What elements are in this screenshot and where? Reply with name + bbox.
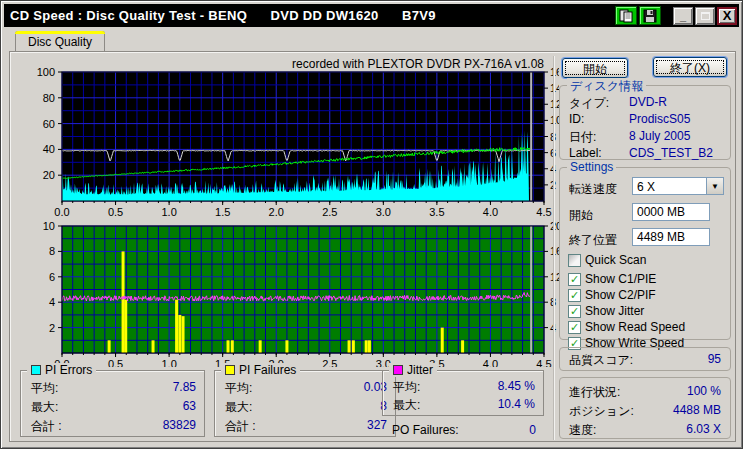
svg-text:0.0: 0.0 (54, 206, 69, 218)
speed-select[interactable]: 6 X ▼ (632, 177, 724, 195)
progress-label: 進行状況: (569, 384, 620, 399)
minimize-button[interactable]: _ (673, 7, 693, 25)
quality-score-label: 品質スコア: (569, 352, 633, 367)
svg-text:60: 60 (43, 118, 55, 130)
quality-score-value: 95 (708, 352, 721, 367)
pi-errors-title: PI Errors (45, 363, 92, 377)
quality-speed-chart: 204060801002468101214160.00.51.01.52.02.… (18, 57, 559, 219)
pi-errors-max: 63 (183, 399, 196, 414)
end-position-label: 終了位置 (569, 232, 617, 247)
active-tab-highlight (15, 31, 105, 34)
disc-type-label: タイプ: (569, 95, 609, 110)
failures-jitter-chart: 246810481216200.00.51.01.52.02.53.03.54.… (18, 219, 559, 367)
svg-text:80: 80 (43, 92, 55, 104)
checkbox-icon: ✓ (568, 254, 581, 267)
disc-date-label: 日付: (569, 129, 596, 144)
svg-text:2: 2 (49, 322, 55, 334)
disc-quality-page: 204060801002468101214160.00.51.01.52.02.… (9, 51, 736, 442)
pi-failures-legend-swatch (225, 365, 235, 375)
disc-id-value: ProdiscS05 (629, 112, 690, 126)
pi-failures-total: 327 (367, 418, 387, 433)
speed-label: 転送速度 (569, 181, 617, 196)
tab-disc-quality[interactable]: Disc Quality (15, 31, 105, 52)
tab-label: Disc Quality (28, 35, 92, 49)
svg-text:4: 4 (49, 296, 55, 308)
window-title: CD Speed : Disc Quality Test - BENQ DVD … (10, 8, 436, 23)
maximize-button[interactable] (695, 7, 715, 25)
disc-id-label: ID: (569, 112, 584, 127)
po-failures-label: PO Failures: (392, 423, 459, 437)
pi-errors-avg: 7.85 (173, 380, 196, 395)
svg-text:0.5: 0.5 (108, 358, 123, 367)
svg-text:3.0: 3.0 (376, 206, 391, 218)
position-label: ポジション: (569, 403, 634, 418)
svg-text:3.5: 3.5 (429, 206, 444, 218)
jitter-title: Jitter (407, 363, 433, 377)
svg-text:recorded with PLEXTOR DVDR: recorded with PLEXTOR DVDR PX-716A v1.08 (292, 57, 544, 71)
disc-info-group: ディスク情報 タイプ:DVD-R ID:ProdiscS05 日付:8 July… (559, 85, 731, 160)
svg-text:2.0: 2.0 (269, 206, 284, 218)
settings-group: Settings 転送速度 6 X ▼ 開始 0000 MB 終了位置 4489… (559, 167, 731, 340)
copy-to-clipboard-button[interactable] (615, 6, 637, 25)
quality-score-group: 品質スコア: 95 (559, 347, 731, 371)
pi-failures-title: PI Failures (239, 363, 296, 377)
svg-text:4.5: 4.5 (536, 206, 551, 218)
copy-icon (619, 9, 633, 23)
maximize-icon (701, 12, 710, 20)
checkbox-show-jitter[interactable]: ✓Show Jitter (568, 304, 644, 318)
svg-text:4.5: 4.5 (536, 358, 551, 367)
svg-text:40: 40 (43, 143, 55, 155)
jitter-max: 10.4 % (498, 397, 535, 412)
pi-errors-statbox: PI Errors 平均:7.85 最大:63 合計 :83829 (20, 370, 205, 437)
disc-type-value: DVD-R (629, 95, 667, 109)
jitter-avg: 8.45 % (498, 379, 535, 394)
pi-failures-statbox: PI Failures 平均:0.03 最大:8 合計 :327 (214, 370, 396, 437)
end-position-field[interactable]: 4489 MB (632, 228, 710, 246)
disc-info-title: ディスク情報 (567, 78, 646, 95)
settings-title: Settings (567, 160, 616, 174)
speed-readout-value: 6.03 X (686, 422, 721, 437)
svg-text:2.5: 2.5 (322, 358, 337, 367)
checkbox-quick-scan[interactable]: ✓Quick Scan (568, 253, 646, 267)
svg-text:20: 20 (43, 169, 55, 181)
speed-readout-label: 速度: (569, 422, 596, 437)
save-floppy-icon (643, 9, 657, 23)
jitter-statbox: Jitter 平均:8.45 % 最大:10.4 % (382, 370, 544, 416)
close-button[interactable]: X (717, 7, 737, 25)
checkbox-show-read-speed[interactable]: ✓Show Read Speed (568, 320, 685, 334)
svg-text:10: 10 (43, 220, 55, 232)
checkbox-show-c1-pie[interactable]: ✓Show C1/PIE (568, 272, 656, 286)
exit-button[interactable]: 終了(X) (653, 57, 727, 77)
checkbox-show-c2-pif[interactable]: ✓Show C2/PIF (568, 288, 656, 302)
progress-group: 進行状況:100 % ポジション:4488 MB 速度:6.03 X (559, 377, 731, 439)
po-failures-value: 0 (529, 423, 536, 437)
svg-text:1.5: 1.5 (215, 206, 230, 218)
app-window: CD Speed : Disc Quality Test - BENQ DVD … (0, 0, 743, 449)
svg-text:0.5: 0.5 (108, 206, 123, 218)
svg-text:1.0: 1.0 (161, 206, 176, 218)
svg-text:8: 8 (49, 245, 55, 257)
checkbox-icon: ✓ (568, 289, 581, 302)
checkbox-icon: ✓ (568, 321, 581, 334)
svg-text:100: 100 (37, 66, 55, 78)
svg-text:4.0: 4.0 (483, 358, 498, 367)
start-button[interactable]: 開始 (562, 58, 628, 78)
title-bar[interactable]: CD Speed : Disc Quality Test - BENQ DVD … (4, 4, 739, 27)
save-results-button[interactable] (639, 6, 661, 25)
checkbox-icon: ✓ (568, 305, 581, 318)
checkbox-icon: ✓ (568, 273, 581, 286)
chevron-down-icon[interactable]: ▼ (706, 178, 723, 194)
position-value: 4488 MB (673, 403, 721, 418)
disc-label-label: Label: (569, 146, 602, 161)
disc-label-value: CDS_TEST_B2 (629, 146, 713, 160)
tab-strip: Disc Quality (9, 31, 734, 52)
svg-text:6: 6 (49, 271, 55, 283)
pi-errors-total: 83829 (163, 418, 196, 433)
start-position-label: 開始 (569, 207, 593, 222)
panel-divider (553, 56, 555, 440)
speed-selected-value: 6 X (633, 178, 706, 194)
svg-text:1.0: 1.0 (161, 358, 176, 367)
jitter-legend-swatch (393, 365, 403, 375)
start-position-field[interactable]: 0000 MB (632, 203, 710, 221)
disc-date-value: 8 July 2005 (629, 129, 690, 143)
